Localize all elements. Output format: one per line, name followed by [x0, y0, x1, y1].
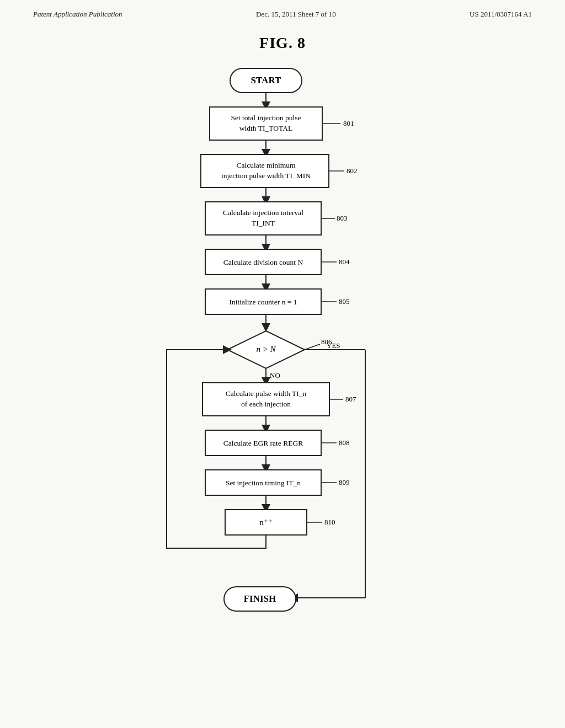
label-803: 803	[337, 214, 348, 222]
label-801: 801	[343, 119, 354, 127]
yes-label: YES	[327, 341, 340, 350]
no-label: NO	[270, 371, 280, 379]
step-810: n⁺⁺	[259, 518, 273, 527]
start-label: START	[251, 75, 281, 85]
label-804: 804	[339, 258, 350, 266]
header-center: Dec. 15, 2011 Sheet 7 of 10	[256, 10, 336, 19]
step-802-line1: Calculate minimum	[237, 161, 296, 169]
header-left: Patent Application Publication	[33, 10, 122, 19]
page: Patent Application Publication Dec. 15, …	[0, 0, 565, 728]
step-807-line1: Calculate pulse width TI_n	[226, 389, 307, 398]
figure-title: FIG. 8	[0, 34, 565, 52]
svg-rect-2	[210, 107, 322, 140]
step-809: Set injection timing IT_n	[226, 479, 301, 487]
step-803-line2: TI_INT	[252, 219, 275, 227]
step-805: Initialize counter n = 1	[229, 298, 297, 306]
step-803-line1: Calculate injection interval	[223, 208, 303, 217]
svg-rect-5	[201, 154, 329, 188]
finish-label: FINISH	[244, 593, 276, 604]
label-802: 802	[347, 167, 358, 175]
label-809: 809	[339, 478, 350, 486]
svg-rect-19	[202, 383, 329, 416]
step-801-line2: width TI_TOTAL	[239, 124, 292, 132]
svg-line-17	[305, 344, 320, 350]
step-808: Calculate EGR rate REGR	[223, 439, 303, 447]
step-807-line2: of each injection	[241, 400, 291, 408]
label-807: 807	[345, 395, 356, 403]
flowchart-svg: START Set total injection pulse width TI…	[89, 57, 476, 675]
step-801-line1: Set total injection pulse	[231, 114, 301, 122]
label-810: 810	[324, 518, 335, 526]
header: Patent Application Publication Dec. 15, …	[0, 0, 565, 24]
diamond-806-label: n > N	[256, 345, 276, 354]
header-right: US 2011/0307164 A1	[470, 10, 532, 19]
label-805: 805	[339, 297, 350, 306]
label-808: 808	[339, 438, 350, 447]
svg-rect-8	[205, 202, 321, 235]
step-804: Calculate division count N	[223, 258, 303, 266]
step-802-line2: injection pulse width TI_MIN	[221, 172, 311, 180]
